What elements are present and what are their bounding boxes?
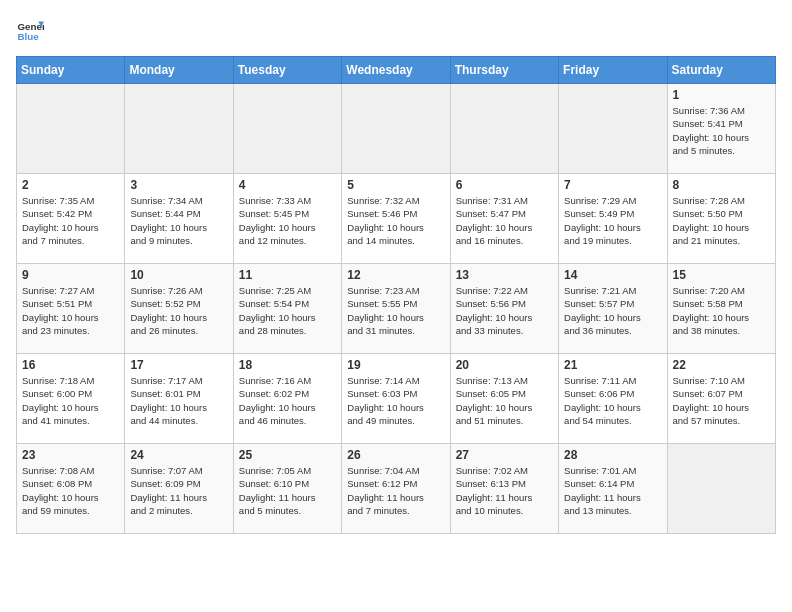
day-info: Sunrise: 7:25 AM Sunset: 5:54 PM Dayligh… <box>239 284 336 337</box>
day-number: 10 <box>130 268 227 282</box>
day-number: 15 <box>673 268 770 282</box>
day-info: Sunrise: 7:04 AM Sunset: 6:12 PM Dayligh… <box>347 464 444 517</box>
weekday-header: Monday <box>125 57 233 84</box>
day-info: Sunrise: 7:36 AM Sunset: 5:41 PM Dayligh… <box>673 104 770 157</box>
calendar-cell: 5Sunrise: 7:32 AM Sunset: 5:46 PM Daylig… <box>342 174 450 264</box>
weekday-header: Thursday <box>450 57 558 84</box>
logo: General Blue <box>16 16 48 44</box>
day-number: 25 <box>239 448 336 462</box>
calendar-cell <box>450 84 558 174</box>
calendar-cell: 1Sunrise: 7:36 AM Sunset: 5:41 PM Daylig… <box>667 84 775 174</box>
calendar-cell: 28Sunrise: 7:01 AM Sunset: 6:14 PM Dayli… <box>559 444 667 534</box>
calendar-cell: 20Sunrise: 7:13 AM Sunset: 6:05 PM Dayli… <box>450 354 558 444</box>
day-info: Sunrise: 7:17 AM Sunset: 6:01 PM Dayligh… <box>130 374 227 427</box>
day-info: Sunrise: 7:08 AM Sunset: 6:08 PM Dayligh… <box>22 464 119 517</box>
day-info: Sunrise: 7:23 AM Sunset: 5:55 PM Dayligh… <box>347 284 444 337</box>
day-info: Sunrise: 7:10 AM Sunset: 6:07 PM Dayligh… <box>673 374 770 427</box>
day-info: Sunrise: 7:16 AM Sunset: 6:02 PM Dayligh… <box>239 374 336 427</box>
day-info: Sunrise: 7:05 AM Sunset: 6:10 PM Dayligh… <box>239 464 336 517</box>
day-info: Sunrise: 7:26 AM Sunset: 5:52 PM Dayligh… <box>130 284 227 337</box>
day-info: Sunrise: 7:20 AM Sunset: 5:58 PM Dayligh… <box>673 284 770 337</box>
day-info: Sunrise: 7:02 AM Sunset: 6:13 PM Dayligh… <box>456 464 553 517</box>
calendar-cell: 6Sunrise: 7:31 AM Sunset: 5:47 PM Daylig… <box>450 174 558 264</box>
calendar-cell: 7Sunrise: 7:29 AM Sunset: 5:49 PM Daylig… <box>559 174 667 264</box>
calendar-cell: 18Sunrise: 7:16 AM Sunset: 6:02 PM Dayli… <box>233 354 341 444</box>
day-number: 14 <box>564 268 661 282</box>
calendar-cell: 27Sunrise: 7:02 AM Sunset: 6:13 PM Dayli… <box>450 444 558 534</box>
weekday-header: Friday <box>559 57 667 84</box>
day-number: 12 <box>347 268 444 282</box>
day-number: 24 <box>130 448 227 462</box>
day-number: 6 <box>456 178 553 192</box>
day-number: 18 <box>239 358 336 372</box>
day-number: 3 <box>130 178 227 192</box>
day-number: 20 <box>456 358 553 372</box>
day-info: Sunrise: 7:32 AM Sunset: 5:46 PM Dayligh… <box>347 194 444 247</box>
day-info: Sunrise: 7:14 AM Sunset: 6:03 PM Dayligh… <box>347 374 444 427</box>
calendar-cell: 24Sunrise: 7:07 AM Sunset: 6:09 PM Dayli… <box>125 444 233 534</box>
day-number: 22 <box>673 358 770 372</box>
calendar-cell: 2Sunrise: 7:35 AM Sunset: 5:42 PM Daylig… <box>17 174 125 264</box>
day-number: 21 <box>564 358 661 372</box>
day-number: 9 <box>22 268 119 282</box>
day-number: 26 <box>347 448 444 462</box>
day-number: 23 <box>22 448 119 462</box>
day-info: Sunrise: 7:29 AM Sunset: 5:49 PM Dayligh… <box>564 194 661 247</box>
weekday-header: Sunday <box>17 57 125 84</box>
page-header: General Blue <box>16 16 776 44</box>
day-number: 17 <box>130 358 227 372</box>
calendar-cell: 14Sunrise: 7:21 AM Sunset: 5:57 PM Dayli… <box>559 264 667 354</box>
day-info: Sunrise: 7:27 AM Sunset: 5:51 PM Dayligh… <box>22 284 119 337</box>
day-number: 11 <box>239 268 336 282</box>
calendar-header: SundayMondayTuesdayWednesdayThursdayFrid… <box>17 57 776 84</box>
calendar-cell: 4Sunrise: 7:33 AM Sunset: 5:45 PM Daylig… <box>233 174 341 264</box>
calendar-cell <box>233 84 341 174</box>
day-info: Sunrise: 7:07 AM Sunset: 6:09 PM Dayligh… <box>130 464 227 517</box>
calendar-cell: 22Sunrise: 7:10 AM Sunset: 6:07 PM Dayli… <box>667 354 775 444</box>
day-info: Sunrise: 7:22 AM Sunset: 5:56 PM Dayligh… <box>456 284 553 337</box>
day-info: Sunrise: 7:34 AM Sunset: 5:44 PM Dayligh… <box>130 194 227 247</box>
day-number: 2 <box>22 178 119 192</box>
day-number: 5 <box>347 178 444 192</box>
day-number: 28 <box>564 448 661 462</box>
day-info: Sunrise: 7:11 AM Sunset: 6:06 PM Dayligh… <box>564 374 661 427</box>
weekday-header: Tuesday <box>233 57 341 84</box>
weekday-header: Wednesday <box>342 57 450 84</box>
calendar-cell: 21Sunrise: 7:11 AM Sunset: 6:06 PM Dayli… <box>559 354 667 444</box>
day-info: Sunrise: 7:28 AM Sunset: 5:50 PM Dayligh… <box>673 194 770 247</box>
calendar-cell: 25Sunrise: 7:05 AM Sunset: 6:10 PM Dayli… <box>233 444 341 534</box>
calendar-cell: 8Sunrise: 7:28 AM Sunset: 5:50 PM Daylig… <box>667 174 775 264</box>
calendar-cell: 26Sunrise: 7:04 AM Sunset: 6:12 PM Dayli… <box>342 444 450 534</box>
day-number: 13 <box>456 268 553 282</box>
day-number: 4 <box>239 178 336 192</box>
svg-text:Blue: Blue <box>17 31 39 42</box>
day-number: 8 <box>673 178 770 192</box>
calendar-cell: 3Sunrise: 7:34 AM Sunset: 5:44 PM Daylig… <box>125 174 233 264</box>
calendar-cell: 9Sunrise: 7:27 AM Sunset: 5:51 PM Daylig… <box>17 264 125 354</box>
weekday-header: Saturday <box>667 57 775 84</box>
day-info: Sunrise: 7:13 AM Sunset: 6:05 PM Dayligh… <box>456 374 553 427</box>
calendar-cell <box>17 84 125 174</box>
calendar-cell <box>667 444 775 534</box>
logo-icon: General Blue <box>16 16 44 44</box>
day-info: Sunrise: 7:35 AM Sunset: 5:42 PM Dayligh… <box>22 194 119 247</box>
day-info: Sunrise: 7:18 AM Sunset: 6:00 PM Dayligh… <box>22 374 119 427</box>
day-info: Sunrise: 7:31 AM Sunset: 5:47 PM Dayligh… <box>456 194 553 247</box>
calendar-cell: 16Sunrise: 7:18 AM Sunset: 6:00 PM Dayli… <box>17 354 125 444</box>
day-info: Sunrise: 7:01 AM Sunset: 6:14 PM Dayligh… <box>564 464 661 517</box>
calendar-cell: 11Sunrise: 7:25 AM Sunset: 5:54 PM Dayli… <box>233 264 341 354</box>
day-number: 19 <box>347 358 444 372</box>
calendar-cell: 19Sunrise: 7:14 AM Sunset: 6:03 PM Dayli… <box>342 354 450 444</box>
day-number: 27 <box>456 448 553 462</box>
calendar-cell: 15Sunrise: 7:20 AM Sunset: 5:58 PM Dayli… <box>667 264 775 354</box>
calendar-cell: 23Sunrise: 7:08 AM Sunset: 6:08 PM Dayli… <box>17 444 125 534</box>
calendar-cell: 17Sunrise: 7:17 AM Sunset: 6:01 PM Dayli… <box>125 354 233 444</box>
calendar-cell: 13Sunrise: 7:22 AM Sunset: 5:56 PM Dayli… <box>450 264 558 354</box>
calendar-cell <box>342 84 450 174</box>
day-number: 16 <box>22 358 119 372</box>
day-number: 1 <box>673 88 770 102</box>
day-info: Sunrise: 7:33 AM Sunset: 5:45 PM Dayligh… <box>239 194 336 247</box>
day-number: 7 <box>564 178 661 192</box>
calendar-cell: 12Sunrise: 7:23 AM Sunset: 5:55 PM Dayli… <box>342 264 450 354</box>
calendar-cell <box>559 84 667 174</box>
